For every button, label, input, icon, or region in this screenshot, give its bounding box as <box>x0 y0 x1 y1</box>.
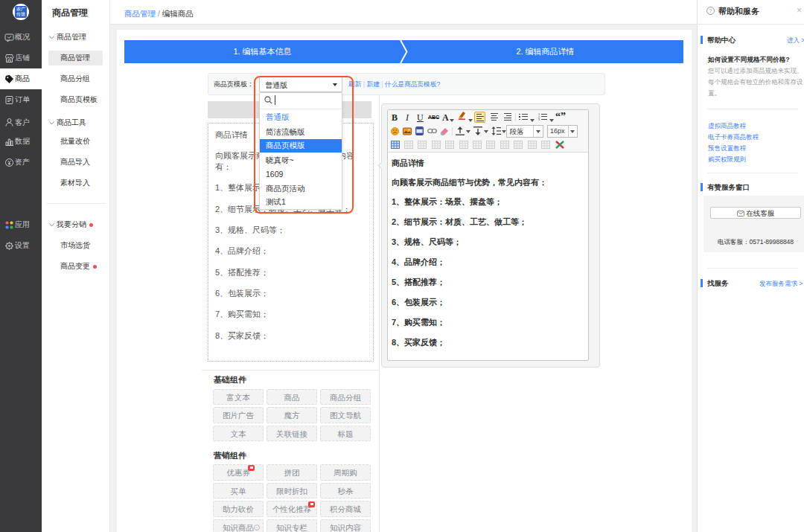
svg-text:?: ? <box>709 8 712 13</box>
